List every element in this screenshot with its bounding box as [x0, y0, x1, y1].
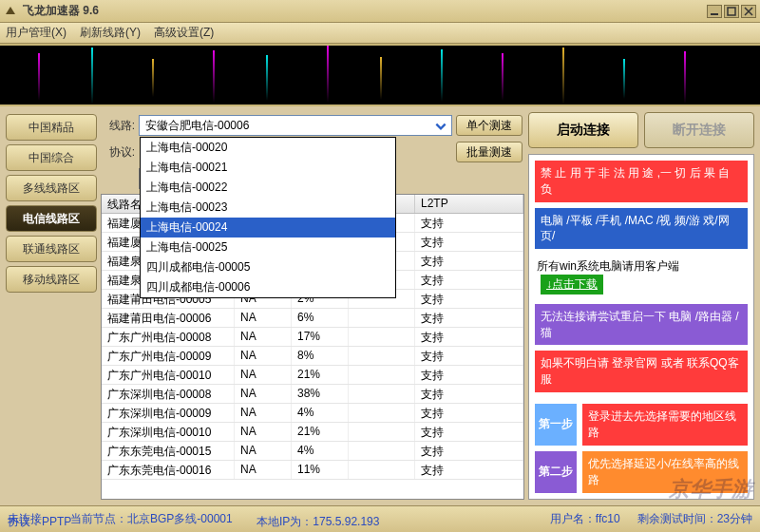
route-dropdown[interactable]: 上海电信-00020上海电信-00021上海电信-00022上海电信-00023… — [140, 137, 396, 298]
batch-speedtest-button[interactable]: 批量测速 — [456, 142, 522, 162]
route-combo[interactable]: 安徽合肥电信-00006 上海电信-00020上海电信-00021上海电信-00… — [139, 115, 452, 136]
sidebar-item-0[interactable]: 中国精品 — [6, 114, 97, 141]
step-tag: 第二步 — [535, 451, 577, 493]
menu-bar: 用户管理(X) 刷新线路(Y) 高级设置(Z) — [0, 23, 760, 44]
status-protocol: 协议：PPTP — [8, 514, 71, 530]
step-tag: 第三步 — [535, 499, 577, 500]
table-row[interactable]: 广东深圳电信-00010NA21%支持 — [102, 423, 523, 442]
dropdown-option[interactable]: 上海电信-00025 — [141, 238, 395, 257]
dropdown-option[interactable]: 上海电信-00021 — [141, 158, 395, 178]
table-row[interactable]: 广东广州电信-00010NA21%支持 — [102, 366, 523, 385]
dropdown-option[interactable]: 上海电信-00024 — [141, 218, 395, 238]
route-label: 线路: — [103, 118, 135, 134]
route-combo-value: 安徽合肥电信-00006 — [145, 118, 249, 134]
notice-panel: 禁 止 用 于 非 法 用 途 ,一 切 后 果 自 负 电脑 /平板 /手机 … — [528, 154, 754, 500]
step-row: 第二步优先选择延迟小/在线率高的线路 — [535, 451, 748, 493]
notice-restart: 无法连接请尝试重启一下 电脑 /路由器 /猫 — [535, 304, 748, 346]
single-speedtest-button[interactable]: 单个测速 — [456, 115, 522, 136]
table-row[interactable]: 广东东莞电信-00015NA4%支持 — [102, 442, 523, 461]
banner-image — [0, 44, 760, 106]
close-button[interactable] — [741, 5, 756, 18]
dropdown-option[interactable]: 上海电信-00020 — [141, 138, 395, 158]
menu-refresh-routes[interactable]: 刷新线路(Y) — [80, 25, 141, 41]
sidebar-item-2[interactable]: 多线线路区 — [6, 175, 97, 201]
connect-button[interactable]: 启动连接 — [528, 112, 638, 148]
table-row[interactable]: 广东深圳电信-00009NA4%支持 — [102, 404, 523, 423]
table-row[interactable]: 广东广州电信-00009NA8%支持 — [102, 347, 523, 366]
minimize-button[interactable] — [707, 5, 722, 18]
dropdown-option[interactable]: 上海电信-00022 — [141, 178, 395, 198]
window-title: 飞龙加速器 9.6 — [23, 3, 705, 19]
sidebar-item-3[interactable]: 电信线路区 — [6, 205, 97, 232]
dropdown-option[interactable]: 四川成都电信-00006 — [141, 277, 395, 297]
dropdown-option[interactable]: 四川成都电信-00005 — [141, 257, 395, 277]
svg-rect-0 — [711, 13, 718, 15]
notice-warning: 禁 止 用 于 非 法 用 途 ,一 切 后 果 自 负 — [535, 161, 748, 202]
maximize-button[interactable] — [724, 5, 739, 18]
table-row[interactable]: 广东东莞电信-00016NA11%支持 — [102, 461, 523, 480]
disconnect-button: 断开连接 — [644, 112, 754, 148]
sidebar: 中国精品中国综合多线线路区电信线路区联通线路区移动线路区 — [6, 112, 97, 500]
svg-rect-1 — [728, 8, 735, 15]
table-row[interactable]: 福建莆田电信-00006NA6%支持 — [102, 309, 523, 328]
table-row[interactable]: 广东广州电信-00008NA17%支持 — [102, 328, 523, 347]
sidebar-item-1[interactable]: 中国综合 — [6, 144, 97, 171]
notice-support: 如果不明白请 登录官网 或者 联系QQ客服 — [535, 351, 748, 392]
menu-user-management[interactable]: 用户管理(X) — [6, 25, 66, 41]
column-header[interactable]: L2TP — [415, 195, 523, 213]
dropdown-option[interactable]: 上海电信-00023 — [141, 198, 395, 218]
chevron-down-icon — [434, 120, 447, 133]
step-text: 登录进去先选择需要的地区线路 — [582, 404, 748, 446]
step-row: 第一步登录进去先选择需要的地区线路 — [535, 404, 748, 446]
title-bar: 飞龙加速器 9.6 — [0, 0, 760, 23]
table-row[interactable]: 广东深圳电信-00008NA38%支持 — [102, 385, 523, 404]
app-icon — [4, 5, 17, 18]
sidebar-item-4[interactable]: 联通线路区 — [6, 236, 97, 262]
protocol-label: 协议: — [103, 144, 135, 161]
sidebar-item-5[interactable]: 移动线路区 — [6, 266, 97, 293]
status-local-ip: 本地IP为：175.5.92.193 — [256, 514, 379, 530]
notice-download: 所有win系统电脑请用客户端 ↓点击下载 — [535, 255, 748, 298]
download-link[interactable]: ↓点击下载 — [541, 275, 603, 294]
step-row: 第三步选好线路点击启动连接->连接成功 — [535, 499, 748, 500]
menu-advanced-settings[interactable]: 高级设置(Z) — [154, 25, 214, 41]
notice-platforms: 电脑 /平板 /手机 /MAC /视 频/游 戏/网页/ — [535, 208, 748, 250]
step-tag: 第一步 — [535, 404, 577, 446]
step-text: 选好线路点击启动连接->连接成功 — [582, 499, 748, 500]
step-text: 优先选择延迟小/在线率高的线路 — [582, 451, 748, 493]
